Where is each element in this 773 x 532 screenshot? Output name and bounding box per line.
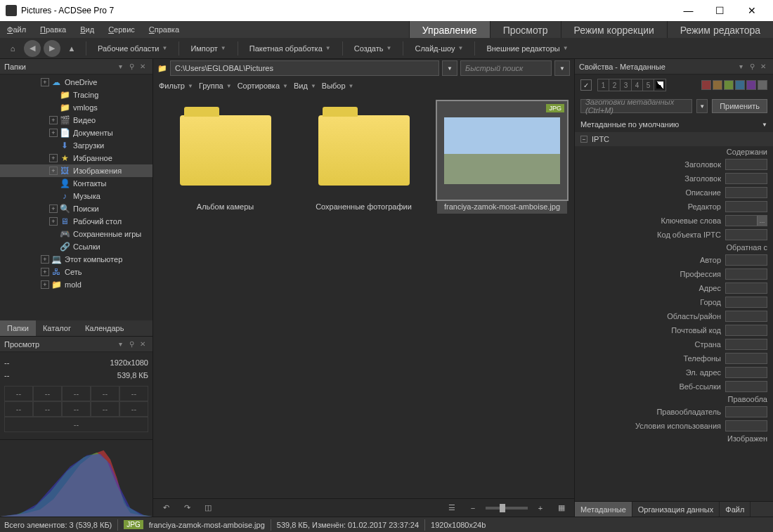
color-labels[interactable] [701,80,767,90]
panel-pin-icon[interactable]: ⚲ [126,61,137,72]
rating-number[interactable]: 2 [609,79,621,91]
thumbnail[interactable]: JPGfranciya-zamok-most-amboise.jpg [437,101,567,214]
menu-Файл[interactable]: Файл [0,21,33,38]
toolbar-dropdown[interactable]: Внешние редакторы▼ [481,40,573,57]
tree-item[interactable]: ⬇Загрузки [0,139,152,152]
color-swatch[interactable] [724,80,734,90]
meta-input[interactable] [725,283,767,294]
rating-number[interactable]: 5 [643,79,654,91]
toolbar-dropdown[interactable]: Слайд-шоу▼ [409,40,469,57]
rotate-left-icon[interactable]: ↶ [157,500,174,517]
tree-item[interactable]: 📁vmlogs [0,101,152,114]
tree-item[interactable]: +🖥Рабочий стол [0,215,152,228]
tree-item[interactable]: +📄Документы [0,126,152,139]
meta-input[interactable] [725,325,767,336]
nav-back-icon[interactable]: ◀ [24,40,41,57]
mode-tab[interactable]: Управление [409,21,490,39]
minimize-button[interactable]: — [673,0,704,21]
tree-item[interactable]: ♪Музыка [0,190,152,202]
thumbnail[interactable]: Альбом камеры [160,101,290,214]
meta-input[interactable] [725,187,767,198]
color-swatch[interactable] [701,80,711,90]
meta-input[interactable] [725,159,767,170]
iptc-section-header[interactable]: − IPTC [575,132,773,146]
menu-Правка[interactable]: Правка [33,21,73,38]
panel-menu-icon[interactable]: ▾ [115,339,126,350]
zoom-in-icon[interactable]: + [532,500,549,517]
tag-checkbox[interactable]: ✓ [580,79,592,91]
toolbar-dropdown[interactable]: Пакетная обработка▼ [244,40,337,57]
path-input[interactable]: C:\Users\EGLOBAL\Pictures [170,60,439,76]
menu-Справка[interactable]: Справка [142,21,186,38]
filter-dropdown[interactable]: Сортировка▼ [238,82,288,90]
tree-item[interactable]: +🖼Изображения [0,164,152,177]
folders-tab[interactable]: Каталог [36,320,78,336]
tree-item[interactable]: 📁Tracing [0,89,152,101]
meta-input[interactable] [725,201,767,212]
folders-tab[interactable]: Папки [0,320,36,336]
meta-input[interactable] [725,406,767,417]
meta-input[interactable] [725,353,767,364]
toolbar-dropdown[interactable]: Рабочие области▼ [92,40,173,57]
preset-caret-icon[interactable]: ▼ [696,99,708,113]
maximize-button[interactable]: ☐ [704,0,736,21]
rating-number[interactable]: 3 [621,79,632,91]
search-dropdown-icon[interactable]: ▼ [554,60,570,76]
filter-dropdown[interactable]: Группа▼ [199,82,232,90]
mode-tab[interactable]: Режим редактора [667,21,773,39]
metadata-preset-dropdown[interactable]: Заготовки метаданных (Ctrl+M) [580,99,692,113]
rating-numbers[interactable]: 12345 [597,79,666,91]
rotate-right-icon[interactable]: ↷ [178,500,195,517]
meta-input[interactable] [725,254,767,266]
meta-input[interactable] [725,297,767,308]
panel-close-icon[interactable]: ✕ [137,339,148,350]
tree-item[interactable]: +📁mold [0,278,152,291]
meta-input[interactable] [725,173,767,184]
quick-search-input[interactable]: Быстрый поиск [460,60,552,76]
filter-dropdown[interactable]: Фильтр▼ [159,82,193,90]
meta-input[interactable] [725,420,767,432]
color-swatch[interactable] [735,80,745,90]
toolbar-dropdown[interactable]: Создать▼ [349,40,398,57]
meta-input[interactable] [725,339,767,350]
folders-tab[interactable]: Календарь [78,320,131,336]
menu-Сервис[interactable]: Сервис [101,21,142,38]
home-icon[interactable]: ⌂ [4,40,21,57]
tree-item[interactable]: +☁OneDrive [0,76,152,89]
properties-tab[interactable]: Файл [720,502,751,517]
tree-item[interactable]: 🎮Сохраненные игры [0,228,152,240]
tree-item[interactable]: +💻Этот компьютер [0,253,152,266]
panel-pin-icon[interactable]: ⚲ [126,339,137,350]
folder-tree[interactable]: +☁OneDrive📁Tracing📁vmlogs+🎬Видео+📄Докуме… [0,74,152,320]
apply-button[interactable]: Применить [712,99,767,113]
panel-pin-icon[interactable]: ⚲ [746,61,758,72]
meta-input[interactable] [725,268,767,280]
nav-forward-icon[interactable]: ▶ [44,40,60,57]
panel-menu-icon[interactable]: ▾ [735,61,746,72]
tree-item[interactable]: 👤Контакты [0,177,152,190]
toolbar-dropdown[interactable]: Импорт▼ [185,40,231,57]
color-swatch[interactable] [746,80,756,90]
tree-item[interactable]: +★Избранное [0,152,152,164]
color-swatch[interactable] [713,80,722,90]
rating-clear[interactable] [654,79,665,91]
tree-item[interactable]: +🎬Видео [0,114,152,126]
properties-tab[interactable]: Метаданные [575,502,632,517]
properties-tab[interactable]: Организация данных [632,502,720,517]
color-swatch[interactable] [758,80,767,90]
zoom-slider[interactable] [486,507,528,510]
filter-dropdown[interactable]: Вид▼ [294,82,316,90]
view-list-icon[interactable]: ☰ [443,500,460,517]
tree-item[interactable]: +🔍Поиски [0,202,152,215]
meta-input[interactable]: … [725,215,767,226]
path-dropdown-icon[interactable]: ▼ [442,60,457,76]
panel-close-icon[interactable]: ✕ [758,61,769,72]
menu-Вид[interactable]: Вид [73,21,101,38]
zoom-out-icon[interactable]: − [465,500,481,517]
filter-dropdown[interactable]: Выбор▼ [322,82,354,90]
tree-item[interactable]: 🔗Ссылки [0,240,152,253]
thumbnail-area[interactable]: Альбом камерыСохраненные фотографииJPGfr… [153,94,574,498]
meta-input[interactable] [725,381,767,392]
panel-close-icon[interactable]: ✕ [137,61,148,72]
nav-up-icon[interactable]: ▲ [63,40,80,57]
